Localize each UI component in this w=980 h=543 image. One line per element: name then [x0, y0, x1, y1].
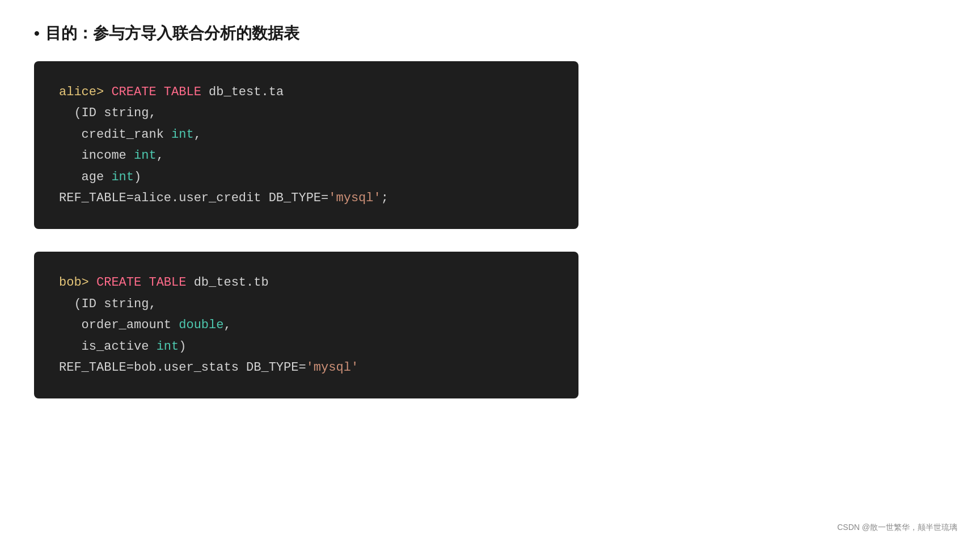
code-token: income — [59, 149, 134, 163]
watermark: CSDN @散一世繁华，颠半世琉璃 — [837, 523, 957, 533]
code-token: ) — [179, 340, 186, 354]
code-token: , — [157, 149, 164, 163]
code-token: double — [179, 318, 223, 332]
code-token: (ID string, — [59, 297, 157, 311]
code-line: credit_rank int, — [59, 124, 554, 145]
code-line: bob> CREATE TABLE db_test.tb — [59, 272, 554, 293]
bullet-heading: • 目的：参与方导入联合分析的数据表 — [34, 23, 946, 44]
code-token: db_test.tb — [186, 275, 268, 290]
code-token: int — [157, 340, 179, 354]
code-line: REF_TABLE=alice.user_credit DB_TYPE='mys… — [59, 188, 554, 209]
code-token: REF_TABLE=alice.user_credit DB_TYPE= — [59, 191, 328, 205]
code-block-block-alice: alice> CREATE TABLE db_test.ta (ID strin… — [34, 61, 578, 229]
code-token: db_test.ta — [201, 85, 284, 99]
heading-text: 目的：参与方导入联合分析的数据表 — [45, 23, 299, 44]
code-token: ; — [381, 191, 388, 205]
code-line: order_amount double, — [59, 315, 554, 336]
code-token: (ID string, — [59, 106, 157, 120]
code-token: int — [171, 128, 194, 142]
code-token: credit_rank — [59, 128, 171, 142]
code-token: is_active — [59, 340, 157, 354]
code-line: alice> CREATE TABLE db_test.ta — [59, 82, 554, 103]
code-token: bob> — [59, 275, 96, 290]
code-token: CREATE TABLE — [96, 275, 186, 290]
code-block-block-bob: bob> CREATE TABLE db_test.tb (ID string,… — [34, 252, 578, 398]
code-line: is_active int) — [59, 336, 554, 357]
code-line: (ID string, — [59, 294, 554, 315]
code-token: alice> — [59, 85, 111, 99]
bullet-dot: • — [34, 24, 40, 43]
code-token: , — [194, 128, 201, 142]
code-token: int — [111, 170, 134, 184]
code-token: 'mysql' — [306, 360, 358, 375]
code-line: (ID string, — [59, 103, 554, 124]
code-token: age — [59, 170, 111, 184]
code-line: age int) — [59, 167, 554, 188]
code-line: REF_TABLE=bob.user_stats DB_TYPE='mysql' — [59, 357, 554, 378]
code-token: , — [223, 318, 231, 332]
code-token: CREATE TABLE — [111, 85, 201, 99]
code-line: income int, — [59, 145, 554, 166]
code-token: REF_TABLE=bob.user_stats DB_TYPE= — [59, 360, 306, 375]
code-token: int — [134, 149, 157, 163]
code-token: order_amount — [59, 318, 179, 332]
code-token: 'mysql' — [328, 191, 381, 205]
code-token: ) — [134, 170, 141, 184]
